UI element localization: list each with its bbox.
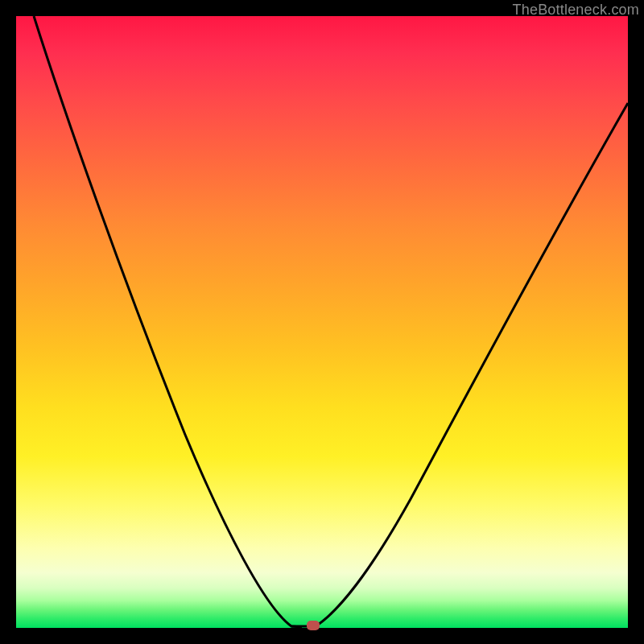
chart-frame: TheBottleneck.com [0,0,644,644]
bottleneck-curve [16,16,628,628]
plot-area [16,16,628,628]
curve-right-branch [316,103,628,626]
optimal-marker [307,621,320,630]
curve-left-branch [34,16,302,627]
